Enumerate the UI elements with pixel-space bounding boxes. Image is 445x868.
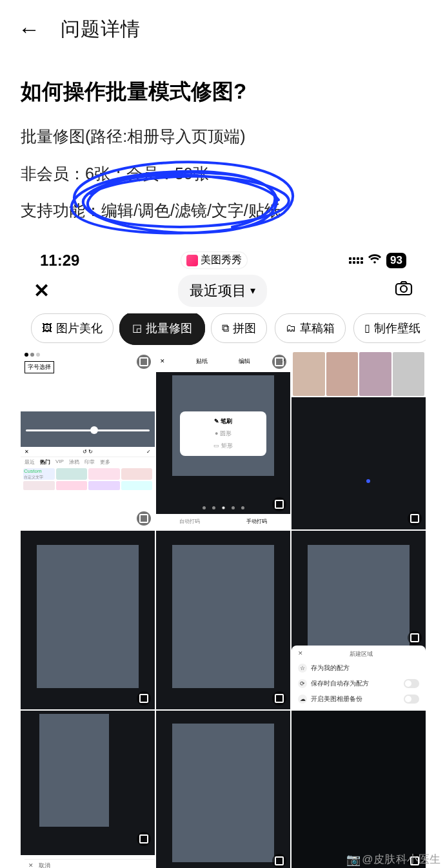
album-select-label: 最近项目 — [190, 281, 246, 301]
weibo-watermark: 📷 @皮肤科小医生 — [346, 852, 441, 867]
tab-drafts[interactable]: 🗂 草稿箱 — [275, 313, 346, 343]
article-features-line: 支持功能：编辑/调色/滤镜/文字/贴纸 — [21, 199, 424, 223]
tab-label: 图片美化 — [56, 321, 103, 336]
mini-tab: 热门 — [40, 459, 50, 466]
expand-icon[interactable] — [272, 497, 286, 511]
photo-grid: 字号选择 ✕↺ ↻✓ 最近 热门 VIP 涂鸦 印章 更多 Custom自定义文… — [21, 351, 426, 869]
app-name-pill: 美图秀秀 — [181, 252, 247, 268]
mini-tab: VIP — [55, 459, 64, 466]
toggle-switch — [404, 679, 419, 688]
app-logo-icon — [186, 255, 198, 266]
cancel-label: 取消 — [39, 862, 50, 868]
embedded-screenshot: 11:29 美图秀秀 93 ✕ 最近项目 ▾ 🖼 图片美化 — [21, 249, 426, 869]
wifi-icon — [368, 253, 381, 268]
tab-label: 制作壁纸 — [374, 321, 420, 336]
panel-title: 新建区域 — [350, 650, 373, 658]
status-bar: 11:29 美图秀秀 93 — [21, 249, 426, 272]
album-select[interactable]: 最近项目 ▾ — [178, 275, 267, 307]
brush-popup: ✎ 笔刷 ● 圆形 ▭ 矩形 — [180, 411, 266, 456]
signal-icon — [349, 257, 363, 264]
batch-icon: ◲ — [132, 322, 142, 334]
album-picker-row: ✕ 最近项目 ▾ — [21, 272, 426, 313]
tab-beautify[interactable]: 🖼 图片美化 — [31, 313, 114, 343]
draft-icon: 🗂 — [286, 322, 296, 334]
expand-icon[interactable] — [137, 355, 151, 369]
help-topbar: ← 问题详情 — [0, 0, 445, 58]
mini-tab: 印章 — [84, 459, 95, 466]
tab-wallpaper[interactable]: ▯ 制作壁纸 — [353, 313, 426, 343]
app-name-label: 美图秀秀 — [201, 253, 242, 267]
grid-cell[interactable] — [21, 531, 155, 709]
mode-tabs: 🖼 图片美化 ◲ 批量修图 ⧉ 拼图 🗂 草稿箱 ▯ 制作壁纸 — [21, 313, 426, 351]
expand-icon[interactable] — [272, 854, 286, 868]
grid-cell[interactable] — [292, 351, 426, 529]
mini-bottom-tab: 自动打码 — [156, 514, 223, 529]
article-heading: 如何操作批量模式修图? — [21, 77, 424, 106]
toggle-switch — [404, 695, 419, 704]
panel-row-label: 开启美图相册备份 — [311, 695, 362, 704]
tab-label: 草稿箱 — [300, 321, 335, 336]
panel-row-label: 存为我的配方 — [311, 664, 350, 673]
status-icons: 93 — [349, 253, 406, 268]
mini-tab: 最近 — [25, 459, 35, 466]
weibo-icon: 📷 — [346, 853, 361, 867]
expand-icon[interactable] — [408, 631, 422, 645]
grid-cell[interactable]: ✕ 颜色 图案 ✓ ✕取消 — [21, 711, 155, 868]
expand-icon[interactable] — [408, 511, 422, 526]
collage-icon: ⧉ — [222, 322, 229, 334]
grid-cell[interactable] — [292, 711, 426, 868]
expand-icon[interactable] — [137, 511, 151, 526]
close-icon[interactable]: ✕ — [34, 279, 50, 302]
phone-icon: ▯ — [364, 322, 370, 334]
grid-cell[interactable] — [156, 531, 290, 709]
mini-bottom-tab: 手动打码 — [223, 514, 290, 529]
tab-label: 拼图 — [233, 321, 256, 336]
mini-close-icon: ✕ — [160, 358, 165, 364]
popup-title: ✎ 笔刷 — [180, 415, 266, 428]
popup-option: ▭ 矩形 — [180, 440, 266, 452]
expand-icon[interactable] — [272, 355, 286, 369]
save-panel: ✕新建区域 ☆存为我的配方 ⟳保存时自动存为配方 ☁开启美图相册备份 — [292, 646, 426, 709]
expand-icon[interactable] — [137, 832, 151, 846]
svg-point-1 — [400, 286, 407, 292]
font-size-selector: 字号选择 — [25, 361, 54, 373]
battery-badge: 93 — [386, 253, 406, 268]
mini-tab: 涂鸦 — [69, 459, 79, 466]
face-strip — [292, 351, 426, 397]
image-icon: 🖼 — [42, 322, 52, 334]
popup-option: ● 圆形 — [180, 428, 266, 440]
grid-cell[interactable]: ✕ 贴纸 编辑 ✓ ✎ 笔刷 ● 圆形 ▭ 矩形 自动打码 手动打码 — [156, 351, 290, 529]
mini-tab: 更多 — [100, 459, 110, 466]
mini-action: 编辑 — [239, 357, 250, 366]
camera-icon[interactable] — [395, 281, 413, 301]
grid-cell[interactable] — [156, 711, 290, 868]
grid-cell[interactable]: ✕新建区域 ☆存为我的配方 ⟳保存时自动存为配方 ☁开启美图相册备份 — [292, 531, 426, 709]
expand-icon[interactable] — [137, 691, 151, 705]
custom-card-sub: 自定义文字 — [23, 475, 55, 480]
help-article: 如何操作批量模式修图? 批量修图(路径:相册导入页顶端) 非会员：6张；会员：5… — [0, 58, 445, 244]
tab-collage[interactable]: ⧉ 拼图 — [211, 313, 267, 343]
custom-card-title: Custom — [23, 468, 55, 475]
article-path-line: 批量修图(路径:相册导入页顶端) — [21, 124, 424, 149]
back-arrow-icon[interactable]: ← — [18, 18, 40, 40]
expand-icon[interactable] — [272, 691, 286, 705]
mini-title: 贴纸 — [196, 357, 208, 366]
page-title: 问题详情 — [61, 16, 141, 43]
tab-label: 批量修图 — [146, 321, 192, 336]
tab-batch-edit[interactable]: ◲ 批量修图 — [121, 313, 203, 343]
panel-row-label: 保存时自动存为配方 — [311, 679, 369, 688]
article-quota-line: 非会员：6张；会员：50张 — [21, 162, 424, 186]
status-time: 11:29 — [40, 252, 79, 270]
grid-cell[interactable]: 字号选择 ✕↺ ↻✓ 最近 热门 VIP 涂鸦 印章 更多 Custom自定义文… — [21, 351, 155, 529]
chevron-down-icon: ▾ — [250, 284, 255, 297]
watermark-text: @皮肤科小医生 — [362, 852, 441, 867]
